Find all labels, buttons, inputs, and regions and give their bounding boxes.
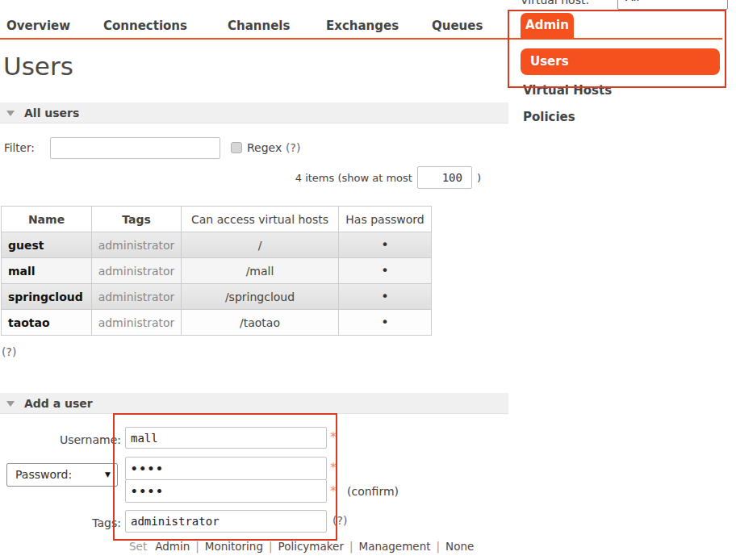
separator: | (349, 540, 353, 553)
user-name-link[interactable]: guest (2, 232, 92, 258)
tag-option-none[interactable]: None (445, 540, 474, 553)
user-name-link[interactable]: springcloud (2, 284, 92, 310)
tag-option-admin[interactable]: Admin (155, 540, 190, 553)
user-vhosts: /springcloud (182, 284, 339, 310)
table-help-link[interactable]: (?) (2, 345, 16, 358)
tags-label: Tags: (32, 516, 121, 529)
user-tags: administrator (92, 310, 182, 336)
tab-queues[interactable]: Queues (432, 19, 483, 33)
filter-input[interactable] (50, 137, 220, 159)
separator: | (195, 540, 199, 553)
user-vhosts: /taotao (182, 310, 339, 336)
tab-overview[interactable]: Overview (6, 19, 70, 33)
users-table: Name Tags Can access virtual hosts Has p… (1, 206, 432, 336)
username-label: Username: (32, 433, 121, 446)
user-tags: administrator (92, 284, 182, 310)
table-row: taotao administrator /taotao • (2, 310, 432, 336)
section-collapse-icon (6, 111, 15, 116)
has-password-dot: • (339, 310, 432, 336)
section-collapse-icon (6, 401, 15, 407)
items-count-close-paren: ) (477, 172, 481, 184)
column-header-tags[interactable]: Tags (92, 207, 182, 232)
column-header-name[interactable]: Name (2, 207, 92, 232)
annotation-rectangle-form-fields (113, 413, 337, 541)
user-vhosts: / (182, 232, 339, 258)
tag-option-management[interactable]: Management (359, 540, 431, 553)
dropdown-arrow-icon: ▼ (105, 464, 111, 486)
virtual-host-label: Virtual host: (521, 0, 589, 6)
dropdown-arrow-icon: ▼ (714, 0, 721, 9)
column-header-vhosts[interactable]: Can access virtual hosts (182, 207, 339, 232)
table-row: mall administrator /mall • (2, 258, 432, 284)
tab-channels[interactable]: Channels (228, 19, 290, 33)
user-name-link[interactable]: mall (2, 258, 92, 284)
rabbitmq-management-page: Virtual host: All ▼ Overview Connections… (0, 0, 736, 560)
table-row: springcloud administrator /springcloud • (2, 284, 432, 310)
tag-option-monitoring[interactable]: Monitoring (205, 540, 263, 553)
has-password-dot: • (339, 232, 432, 258)
filter-label: Filter: (4, 141, 35, 154)
separator: | (436, 540, 440, 553)
add-user-section-header[interactable]: Add a user (0, 393, 508, 414)
add-user-section-title: Add a user (24, 393, 93, 414)
sidebar-item-policies[interactable]: Policies (523, 110, 575, 124)
password-type-selected-value: Password: (15, 464, 72, 486)
items-count-row: 4 items (show at most ) (295, 166, 481, 189)
virtual-host-select[interactable]: All ▼ (617, 0, 728, 10)
user-tags: administrator (92, 232, 182, 258)
page-title: Users (3, 52, 73, 81)
set-label: Set (129, 540, 147, 553)
annotation-rectangle-admin-users (508, 10, 726, 88)
all-users-section-header[interactable]: All users (0, 102, 508, 123)
user-tags: administrator (92, 258, 182, 284)
user-name-link[interactable]: taotao (2, 310, 92, 336)
column-header-has-password[interactable]: Has password (339, 207, 432, 232)
user-vhosts: /mall (182, 258, 339, 284)
table-header-row: Name Tags Can access virtual hosts Has p… (2, 207, 432, 232)
regex-help-link[interactable]: (?) (286, 141, 300, 154)
tab-connections[interactable]: Connections (103, 19, 187, 33)
regex-checkbox[interactable] (231, 142, 242, 153)
tab-exchanges[interactable]: Exchanges (326, 19, 399, 33)
table-row: guest administrator / • (2, 232, 432, 258)
has-password-dot: • (339, 284, 432, 310)
tag-option-policymaker[interactable]: Policymaker (278, 540, 344, 553)
set-tags-row: SetAdmin|Monitoring|Policymaker|Manageme… (129, 540, 474, 553)
has-password-dot: • (339, 258, 432, 284)
items-count-text: 4 items (show at most (295, 172, 412, 184)
all-users-section-title: All users (24, 102, 79, 123)
show-at-most-input[interactable] (417, 166, 472, 189)
regex-label: Regex (247, 141, 282, 154)
separator: | (269, 540, 273, 553)
confirm-label: (confirm) (347, 485, 399, 498)
password-type-select[interactable]: Password: ▼ (6, 463, 118, 487)
